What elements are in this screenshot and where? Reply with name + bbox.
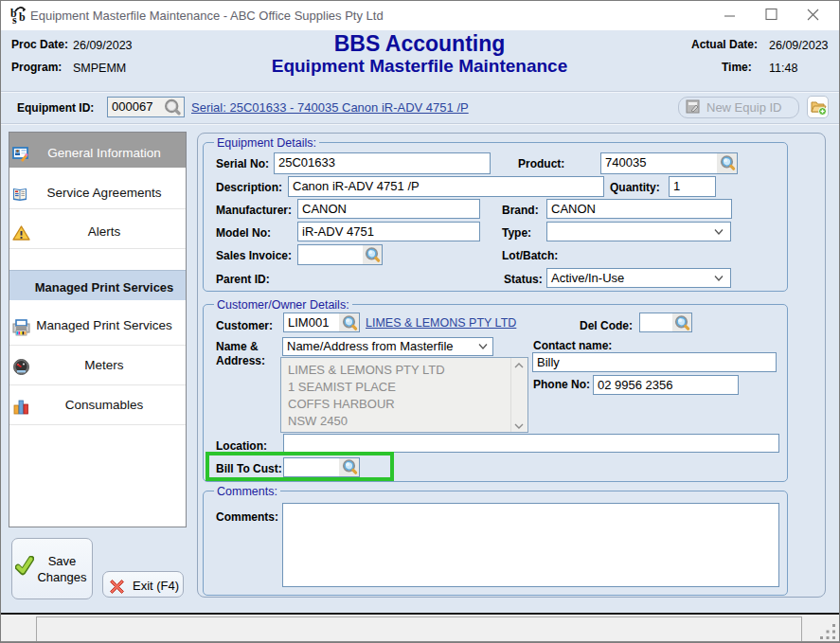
svg-text:b: b	[19, 10, 26, 24]
svg-text:s: s	[12, 13, 17, 25]
